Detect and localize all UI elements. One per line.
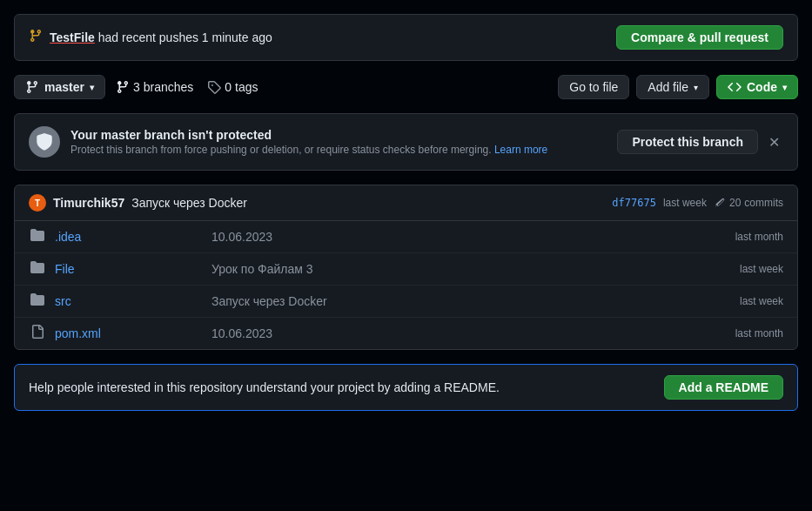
code-button[interactable]: Code ▾ xyxy=(716,75,798,99)
file-commit-msg[interactable]: Запуск через Docker xyxy=(211,294,714,308)
commit-meta: df77675 last week 20 commits xyxy=(612,197,783,209)
file-row: pom.xml 10.06.2023 last month xyxy=(15,318,797,349)
folder-icon xyxy=(29,228,46,245)
file-date: last week xyxy=(714,263,783,275)
recent-push-content: TestFile had recent pushes 1 minute ago xyxy=(29,29,272,46)
branches-link[interactable]: 3 branches xyxy=(116,80,193,94)
learn-more-link[interactable]: Learn more xyxy=(494,144,547,156)
commits-count: 20 xyxy=(729,197,741,209)
tags-label: tags xyxy=(235,80,258,94)
commits-label: commits xyxy=(744,197,783,209)
chevron-down-icon: ▾ xyxy=(90,83,94,92)
file-date: last month xyxy=(714,327,783,340)
protection-banner: Your master branch isn't protected Prote… xyxy=(14,113,798,171)
folder-icon xyxy=(29,292,46,310)
recent-push-banner: TestFile had recent pushes 1 minute ago … xyxy=(14,14,798,61)
file-date: last month xyxy=(714,231,783,243)
commit-author-avatar: T xyxy=(29,194,46,212)
folder-icon xyxy=(29,260,46,278)
commit-author[interactable]: Timurchik57 xyxy=(53,196,124,210)
file-commit-msg[interactable]: Урок по Файлам 3 xyxy=(211,262,714,276)
file-commit-msg[interactable]: 10.06.2023 xyxy=(211,326,714,340)
recent-push-text: TestFile had recent pushes 1 minute ago xyxy=(50,30,272,44)
protection-avatar xyxy=(29,126,60,158)
file-row: src Запуск через Docker last week xyxy=(15,286,797,318)
compare-pull-request-button[interactable]: Compare & pull request xyxy=(616,25,783,50)
goto-file-button[interactable]: Go to file xyxy=(558,75,629,99)
protection-right: Protect this branch ✕ xyxy=(617,130,783,154)
commit-hash[interactable]: df77675 xyxy=(612,197,656,209)
branch-name: TestFile xyxy=(50,30,95,44)
file-date: last week xyxy=(714,295,783,307)
branch-selector[interactable]: master ▾ xyxy=(14,75,105,99)
file-row: .idea 10.06.2023 last month xyxy=(15,221,797,253)
commit-date: last week xyxy=(663,197,707,209)
file-icon xyxy=(29,325,46,342)
file-name[interactable]: src xyxy=(55,294,211,308)
tags-count: 0 xyxy=(225,80,232,94)
protect-branch-button[interactable]: Protect this branch xyxy=(617,130,758,154)
branches-count: 3 xyxy=(133,80,140,94)
add-readme-button[interactable]: Add a README xyxy=(664,375,783,400)
commits-link[interactable]: 20 commits xyxy=(714,197,783,209)
meta-links: 3 branches 0 tags xyxy=(116,80,258,94)
chevron-down-icon: ▾ xyxy=(694,83,698,92)
add-file-button[interactable]: Add file ▾ xyxy=(636,75,709,99)
readme-text: Help people interested in this repositor… xyxy=(29,380,500,394)
toolbar-row: master ▾ 3 branches 0 tags Go to file Ad… xyxy=(14,75,798,99)
protection-left: Your master branch isn't protected Prote… xyxy=(29,126,547,158)
protection-description: Protect this branch from force pushing o… xyxy=(70,144,547,156)
file-commit-msg[interactable]: 10.06.2023 xyxy=(211,230,714,244)
file-name[interactable]: .idea xyxy=(55,230,211,244)
readme-banner: Help people interested in this repositor… xyxy=(14,364,798,411)
protection-title: Your master branch isn't protected xyxy=(70,128,547,142)
branch-icon xyxy=(29,29,43,46)
file-name[interactable]: File xyxy=(55,262,211,276)
file-name[interactable]: pom.xml xyxy=(55,326,211,340)
protection-text: Your master branch isn't protected Prote… xyxy=(70,128,547,156)
branches-label: branches xyxy=(144,80,194,94)
chevron-down-icon: ▾ xyxy=(782,83,787,92)
toolbar-right: Go to file Add file ▾ Code ▾ xyxy=(558,75,798,99)
file-table: T Timurchik57 Запуск через Docker df7767… xyxy=(14,185,798,350)
file-row: File Урок по Файлам 3 last week xyxy=(15,253,797,286)
commit-message[interactable]: Запуск через Docker xyxy=(131,196,247,210)
close-protection-button[interactable]: ✕ xyxy=(765,131,783,154)
commit-row: T Timurchik57 Запуск через Docker df7767… xyxy=(15,185,797,221)
branch-name-label: master xyxy=(44,80,84,94)
tags-link[interactable]: 0 tags xyxy=(207,80,258,94)
